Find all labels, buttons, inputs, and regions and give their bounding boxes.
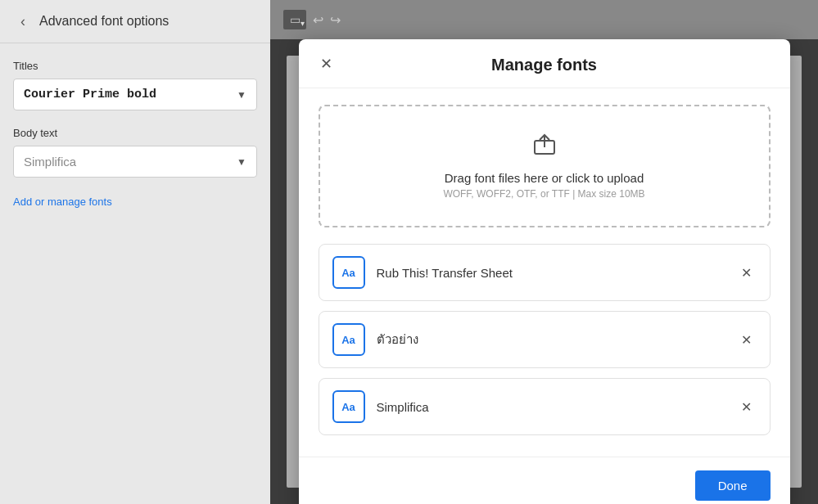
titles-label: Titles bbox=[13, 60, 257, 72]
font-item: Aa ตัวอย่าง ✕ bbox=[319, 311, 771, 368]
sidebar-content: Titles Courier Prime bold ▼ Body text Si… bbox=[0, 43, 270, 504]
toolbar: ▭ ↩ ↪ bbox=[270, 0, 818, 39]
font-icon-aa: Aa bbox=[341, 401, 355, 413]
upload-sub-text: WOFF, WOFF2, OTF, or TTF | Max size 10MB bbox=[443, 188, 644, 200]
back-button[interactable]: ‹ bbox=[13, 11, 33, 31]
undo-button[interactable]: ↩ bbox=[313, 12, 323, 28]
sidebar-header: ‹ Advanced font options bbox=[0, 0, 270, 43]
font-item: Aa Simplifica ✕ bbox=[319, 378, 771, 435]
chevron-down-icon: ▼ bbox=[237, 89, 246, 101]
sidebar-title: Advanced font options bbox=[39, 14, 169, 29]
modal-footer: Done bbox=[299, 457, 790, 504]
modal-title: Manage fonts bbox=[319, 56, 771, 74]
body-font-select[interactable]: Simplifica ▼ bbox=[13, 146, 257, 178]
font-item: Aa Rub This! Transfer Sheet ✕ bbox=[319, 244, 771, 301]
toolbar-screen-icon[interactable]: ▭ bbox=[283, 10, 306, 29]
modal-body: Drag font files here or click to upload … bbox=[299, 88, 790, 457]
titles-font-select[interactable]: Courier Prime bold ▼ bbox=[13, 79, 257, 110]
body-font-value: Simplifica bbox=[24, 155, 76, 169]
main-area: ▭ ↩ ↪ ✕ Manage fonts bbox=[270, 0, 818, 504]
font-item-icon: Aa bbox=[332, 256, 365, 289]
modal-header: ✕ Manage fonts bbox=[299, 39, 790, 88]
font-item-remove-button[interactable]: ✕ bbox=[737, 263, 757, 282]
modal-close-button[interactable]: ✕ bbox=[315, 52, 338, 75]
chevron-down-icon-body: ▼ bbox=[237, 156, 246, 168]
titles-font-value: Courier Prime bold bbox=[24, 88, 156, 101]
upload-main-text: Drag font files here or click to upload bbox=[445, 171, 644, 185]
font-item-name: Simplifica bbox=[377, 400, 737, 414]
font-item-name: Rub This! Transfer Sheet bbox=[377, 266, 737, 280]
add-manage-fonts-link[interactable]: Add or manage fonts bbox=[13, 196, 112, 208]
font-item-remove-button[interactable]: ✕ bbox=[737, 330, 757, 349]
body-text-label: Body text bbox=[13, 127, 257, 139]
font-item-name: ตัวอย่าง bbox=[377, 330, 737, 349]
font-item-icon: Aa bbox=[332, 323, 365, 356]
sidebar: ‹ Advanced font options Titles Courier P… bbox=[0, 0, 270, 504]
upload-icon bbox=[531, 133, 558, 163]
modal-overlay: ✕ Manage fonts Drag font files bbox=[270, 39, 818, 504]
font-icon-aa: Aa bbox=[341, 334, 355, 346]
manage-fonts-modal: ✕ Manage fonts Drag font files bbox=[299, 39, 790, 504]
font-item-remove-button[interactable]: ✕ bbox=[737, 397, 757, 416]
font-item-icon: Aa bbox=[332, 390, 365, 423]
redo-button[interactable]: ↪ bbox=[330, 12, 341, 28]
font-list: Aa Rub This! Transfer Sheet ✕ Aa ตัวอย่า… bbox=[319, 244, 771, 435]
done-button[interactable]: Done bbox=[695, 470, 771, 501]
upload-zone[interactable]: Drag font files here or click to upload … bbox=[319, 105, 771, 227]
font-icon-aa: Aa bbox=[341, 267, 355, 279]
canvas-area: ✕ Manage fonts Drag font files bbox=[270, 39, 818, 504]
